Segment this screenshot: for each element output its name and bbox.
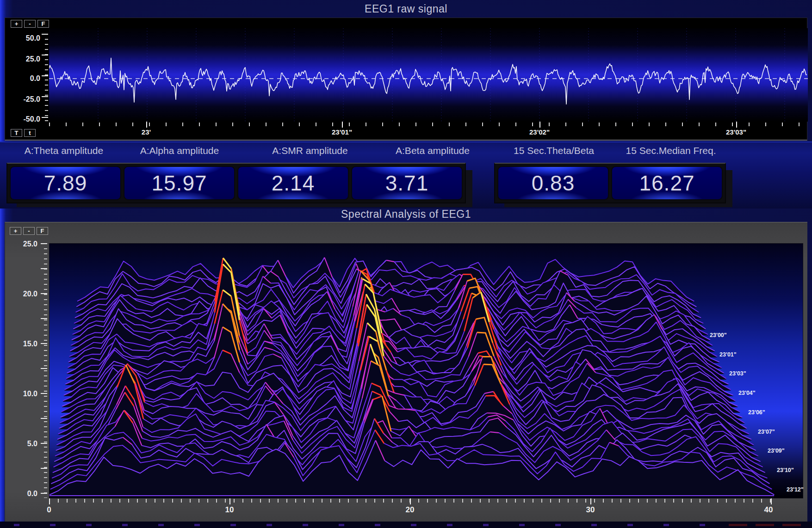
raw-y-tick: -50.0 [12, 115, 40, 123]
zoom-in-button[interactable]: + [10, 227, 21, 235]
spec-x-tick: 30 [570, 505, 611, 515]
raw-y-tick: 0.0 [12, 74, 40, 83]
mesh-time-label: 23'01" [719, 351, 737, 358]
raw-signal-waveform [49, 28, 808, 122]
mesh-time-label: 23'09" [768, 448, 785, 454]
readings-band: A:Theta amplitude A:Alpha amplitude A:SM… [0, 141, 812, 209]
mesh-time-label: 23'06" [748, 409, 765, 416]
spectral-zoom-buttons: + - F [10, 227, 48, 235]
raw-x-major-tick [539, 122, 540, 128]
smr-amplitude-value: 2.14 [237, 166, 349, 200]
amplitude-display-group: 7.89 15.97 2.14 3.71 [6, 163, 466, 203]
spec-x-major-tick [229, 498, 230, 504]
beta-amplitude-value: 3.71 [351, 166, 463, 200]
raw-x-major-tick [736, 122, 737, 128]
spec-x-major-tick [771, 498, 772, 504]
mesh-time-label: 23'03" [729, 370, 746, 377]
spec-y-tick: 5.0 [10, 440, 37, 448]
eeg-biofeedback-screen: EEG1 raw signal + - F 50.0 25.0 0.0 -25.… [0, 0, 812, 528]
spec-x-tick: 40 [748, 505, 789, 515]
raw-time-buttons: T t [11, 129, 36, 137]
bottom-strip-marks [14, 524, 726, 526]
raw-signal-title: EEG1 raw signal [0, 3, 812, 15]
bottom-strip-red-marks [729, 524, 807, 526]
median-freq-value: 16.27 [611, 166, 723, 200]
full-scale-button[interactable]: F [37, 20, 49, 28]
raw-y-tick: 25.0 [12, 55, 40, 63]
time-scale-button[interactable]: T [11, 129, 22, 137]
mesh-time-label: 23'12" [787, 486, 804, 493]
zoom-out-button[interactable]: - [23, 227, 35, 235]
spectral-3d-plot[interactable]: 23'00" 23'01" 23'03" 23'04" 23'06" 23'07… [49, 243, 803, 498]
raw-x-tick: 23' [114, 128, 179, 136]
raw-zoom-buttons: + - F [11, 20, 49, 28]
raw-y-tick: -25.0 [12, 95, 40, 104]
alpha-amplitude-label: A:Alpha amplitude [103, 145, 256, 156]
raw-signal-panel: + - F 50.0 25.0 0.0 -25.0 -50.0 23' 23'0… [5, 18, 807, 141]
ratio-display-group: 0.83 16.27 [494, 163, 726, 203]
mesh-time-label: 23'00" [710, 332, 727, 338]
theta-amplitude-value: 7.89 [10, 166, 121, 200]
alpha-amplitude-value: 15.97 [124, 166, 235, 200]
zoom-in-button[interactable]: + [11, 20, 22, 28]
spectral-panel: + - F 25.0 20.0 15.0 10.0 5.0 0.0 23'00"… [5, 222, 807, 522]
spec-x-major-tick [410, 498, 411, 504]
raw-x-ruler [49, 123, 808, 126]
raw-x-major-tick [146, 122, 147, 128]
spec-y-tick: 15.0 [10, 340, 37, 348]
theta-beta-ratio-value: 0.83 [497, 166, 609, 200]
spec-x-tick: 10 [209, 505, 250, 515]
spec-x-major-tick [590, 498, 591, 504]
spec-y-ruler-major [41, 243, 47, 498]
spec-x-tick: 0 [28, 505, 70, 515]
median-freq-label: 15 Sec.Median Freq. [595, 145, 747, 156]
raw-x-tick: 23'02" [507, 128, 572, 136]
time-cursor-button[interactable]: t [24, 129, 36, 137]
raw-x-tick: 23'01" [310, 128, 374, 136]
raw-y-tick: 50.0 [12, 34, 40, 43]
spectral-waterfall-mesh [50, 244, 803, 498]
raw-x-major-tick [342, 122, 343, 128]
mesh-time-label: 23'10" [777, 467, 794, 473]
spec-x-major-tick [49, 498, 50, 504]
spec-y-tick: 20.0 [10, 290, 37, 298]
mesh-time-label: 23'04" [738, 390, 756, 396]
spec-x-tick: 20 [389, 505, 431, 515]
raw-signal-plot[interactable] [49, 28, 808, 122]
spec-y-tick: 0.0 [10, 490, 37, 498]
spec-y-tick: 25.0 [10, 240, 37, 248]
spectral-title: Spectral Analysis of EEG1 [0, 208, 812, 221]
zoom-out-button[interactable]: - [24, 20, 36, 28]
raw-x-tick: 23'03" [704, 128, 769, 136]
mesh-time-label: 23'07" [758, 429, 775, 435]
full-scale-button[interactable]: F [37, 227, 48, 235]
spec-y-tick: 10.0 [10, 390, 37, 398]
bottom-strip [0, 522, 812, 528]
raw-y-ruler-major [42, 34, 48, 123]
